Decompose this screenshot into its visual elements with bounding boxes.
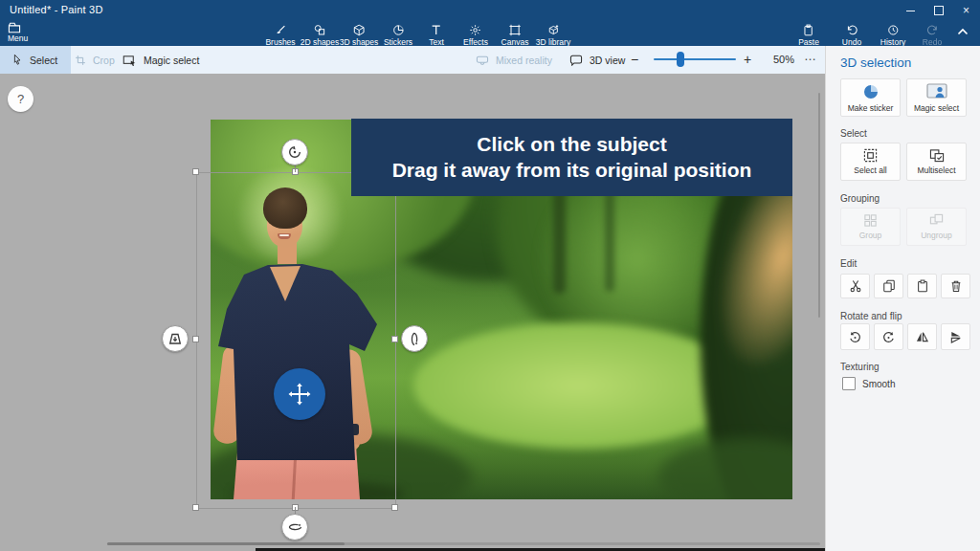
more-options-button[interactable]: …	[804, 49, 817, 63]
zoom-slider[interactable]	[654, 58, 736, 60]
canvas-area[interactable]: ?	[0, 74, 825, 551]
mixed-reality-label: Mixed reality	[496, 55, 552, 66]
selection-handle-mid-left[interactable]	[192, 336, 199, 342]
zoom-value: 50%	[773, 54, 794, 65]
magic-select-icon	[122, 55, 137, 66]
rotate-z-icon	[287, 144, 302, 160]
menu-button[interactable]: Menu	[8, 22, 28, 43]
group-button: Group	[840, 208, 901, 246]
smooth-checkbox[interactable]	[842, 377, 856, 390]
tool-stickers[interactable]: Stickers	[384, 22, 412, 47]
paste-button[interactable]: Paste	[798, 22, 819, 47]
help-button[interactable]: ?	[8, 86, 33, 112]
rotate-bottom-icon	[287, 521, 303, 533]
delete-icon	[949, 279, 963, 293]
undo-button[interactable]: Undo	[842, 22, 861, 47]
selection-handle-bottom-right[interactable]	[391, 504, 398, 511]
effects-icon	[469, 24, 481, 36]
flip-vertical-button[interactable]	[941, 323, 970, 350]
collapse-toolbar-button[interactable]	[956, 27, 969, 36]
selection-handle-top-left[interactable]	[192, 168, 199, 175]
magic-select-panel-icon	[926, 83, 947, 100]
zoom-slider-thumb[interactable]	[677, 52, 684, 67]
cut-button[interactable]	[840, 274, 870, 298]
history-icon	[886, 24, 899, 36]
rotate-left-button[interactable]	[840, 323, 870, 350]
paste-icon	[803, 24, 815, 36]
maximize-icon	[934, 6, 944, 15]
multiselect-button[interactable]: Multiselect	[906, 143, 967, 181]
3d-view-button[interactable]: 3D view	[569, 46, 625, 74]
history-button[interactable]: History	[880, 22, 905, 47]
selection-handle-mid-right[interactable]	[391, 336, 398, 342]
magic-select-label: Magic select	[914, 103, 959, 113]
menu-label: Menu	[8, 33, 28, 43]
rotate-bottom-handle[interactable]	[281, 514, 308, 540]
flip-horizontal-button[interactable]	[907, 323, 937, 350]
canvas-icon	[508, 24, 521, 36]
main-toolbar: Menu Brushes 2D shapes 3D shapes Sticker…	[0, 21, 980, 46]
select-section-label: Select	[840, 128, 867, 139]
close-button[interactable]: ×	[952, 0, 980, 21]
magic-select-tool-button[interactable]: Magic select	[122, 46, 199, 74]
tool-text[interactable]: Text	[429, 22, 444, 47]
tool-2d-shapes[interactable]: 2D shapes	[301, 22, 340, 47]
tool-3d-shapes[interactable]: 3D shapes	[340, 22, 379, 47]
rotate-y-handle[interactable]	[401, 325, 428, 352]
banner-line-1: Click on the subject	[477, 133, 666, 156]
paint3d-window: Untitled* - Paint 3D × Menu Brushes 2D s…	[0, 0, 980, 551]
3d-view-icon	[569, 55, 583, 66]
tool-brushes[interactable]: Brushes	[265, 22, 295, 47]
rotate-right-button[interactable]	[874, 323, 903, 350]
chevron-up-icon	[956, 27, 969, 36]
vertical-scrollbar[interactable]	[818, 93, 820, 318]
magic-select-button[interactable]: Magic select	[906, 78, 967, 117]
3d-library-icon	[547, 24, 560, 36]
maximize-button[interactable]	[924, 0, 952, 21]
flip-vertical-icon	[949, 330, 963, 344]
tool-effects[interactable]: Effects	[463, 22, 488, 47]
group-icon	[863, 213, 878, 228]
zoom-in-button[interactable]: +	[741, 53, 754, 66]
rotate-stem	[295, 165, 296, 172]
multiselect-label: Multiselect	[917, 165, 955, 175]
paste-small-icon	[916, 279, 929, 293]
zoom-out-button[interactable]: −	[628, 53, 641, 66]
edit-section-label: Edit	[840, 258, 857, 269]
tool-3d-library[interactable]: 3D library	[536, 22, 570, 47]
panel-title: 3D selection	[840, 55, 911, 70]
paste-button-panel[interactable]	[907, 274, 937, 298]
grouping-section-label: Grouping	[840, 193, 880, 204]
select-all-button[interactable]: Select all	[840, 143, 901, 181]
move-subject-handle[interactable]	[274, 368, 325, 420]
close-icon: ×	[963, 4, 969, 17]
rotate-left-icon	[848, 330, 862, 344]
selection-toolbar: Select Crop Magic select Mixed reality 3…	[0, 46, 825, 74]
horizontal-scrollbar-thumb[interactable]	[107, 542, 345, 545]
tool-canvas[interactable]: Canvas	[501, 22, 529, 47]
make-sticker-label: Make sticker	[848, 103, 894, 113]
tilt-x-handle[interactable]	[162, 325, 189, 352]
select-all-label: Select all	[854, 165, 887, 175]
select-tool-button[interactable]: Select	[0, 46, 71, 74]
horizontal-scrollbar[interactable]	[107, 542, 820, 545]
copy-button[interactable]	[874, 274, 903, 298]
photo-sunlit-grass	[413, 322, 744, 449]
move-icon	[287, 382, 312, 407]
make-sticker-button[interactable]: Make sticker	[840, 78, 901, 117]
copy-icon	[882, 279, 896, 293]
rotate-section-label: Rotate and flip	[840, 311, 902, 321]
minimize-button[interactable]	[897, 0, 924, 21]
rotate-z-handle[interactable]	[281, 139, 308, 165]
rotate-stem	[295, 507, 296, 514]
help-icon: ?	[17, 92, 24, 106]
select-all-icon	[863, 148, 878, 163]
redo-button: Redo	[923, 22, 942, 47]
rotate-y-icon	[409, 331, 420, 347]
crop-icon	[75, 55, 86, 66]
delete-button[interactable]	[941, 274, 970, 298]
smooth-label: Smooth	[862, 379, 895, 389]
selection-handle-bottom-left[interactable]	[192, 504, 199, 511]
make-sticker-icon	[862, 83, 880, 100]
undo-icon	[845, 24, 858, 36]
